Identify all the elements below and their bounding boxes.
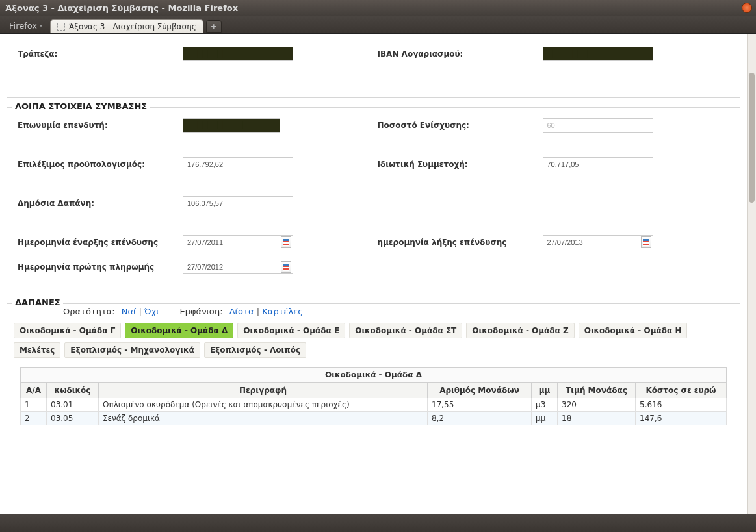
table-row[interactable]: 203.05Σενάζ δρομικά8,2μμ18147,6 (21, 412, 727, 425)
visibility-yes-link[interactable]: Ναί (122, 307, 137, 316)
table-header: Περιγραφή (99, 383, 428, 398)
start-date-field[interactable] (183, 235, 293, 249)
iban-label: IBAN Λογαριασμού: (374, 49, 543, 58)
support-pct-label: Ποσοστό Ενίσχυσης: (374, 121, 543, 130)
table-header: κωδικός (47, 383, 99, 398)
table-row[interactable]: 103.01Οπλισμένο σκυρόδεμα (Ορεινές και α… (21, 398, 727, 412)
expense-tab[interactable]: Οικοδομικά - Ομάδα Ζ (466, 323, 574, 338)
vertical-scrollbar[interactable] (747, 34, 756, 532)
tab-loading-icon (57, 23, 65, 31)
expenses-legend: ΔΑΠΑΝΕΣ (12, 298, 63, 314)
calendar-icon[interactable] (281, 261, 291, 273)
private-input[interactable] (543, 157, 653, 171)
table-cell: 147,6 (636, 412, 727, 425)
expense-tab[interactable]: Οικοδομικά - Ομάδα Η (579, 323, 688, 338)
table-cell: 03.05 (47, 412, 99, 425)
table-cell: 1 (21, 398, 47, 412)
investor-input[interactable] (183, 118, 280, 133)
chevron-down-icon: ▾ (40, 23, 42, 29)
bank-input[interactable] (183, 47, 293, 61)
table-cell: 5.616 (636, 398, 727, 412)
window-title: Άξονας 3 - Διαχείριση Σύμβασης - Mozilla… (5, 3, 238, 13)
browser-chrome: Firefox ▾ Άξονας 3 - Διαχείριση Σύμβασης… (0, 16, 756, 34)
window-titlebar: Άξονας 3 - Διαχείριση Σύμβασης - Mozilla… (0, 0, 756, 16)
display-label: Εμφάνιση: (180, 307, 223, 316)
investor-label: Επωνυμία επενδυτή: (14, 121, 183, 130)
expenses-fieldset: ΔΑΠΑΝΕΣ Ορατότητα: Ναί | Όχι Εμφάνιση: Λ… (7, 303, 740, 462)
firstpay-label: Ημερομηνία πρώτης πληρωμής (14, 262, 183, 272)
table-header: Αριθμός Μονάδων (428, 383, 532, 398)
visibility-label: Ορατότητα: (63, 307, 115, 316)
expenses-table: Οικοδομικά - Ομάδα Δ Α/ΑκωδικόςΠεριγραφή… (20, 367, 727, 425)
table-cell: Σενάζ δρομικά (99, 412, 428, 425)
table-cell: 18 (558, 412, 636, 425)
table-cell: 03.01 (47, 398, 99, 412)
display-cards-link[interactable]: Καρτέλες (262, 307, 303, 316)
expense-tab[interactable]: Εξοπλισμός - Λοιπός (204, 342, 306, 358)
iban-input[interactable] (543, 47, 653, 61)
table-header: Τιμή Μονάδας (558, 383, 636, 398)
plus-icon: + (211, 22, 217, 31)
expense-tab[interactable]: Εξοπλισμός - Μηχανολογικά (64, 342, 200, 358)
table-header: Κόστος σε ευρώ (636, 383, 727, 398)
contract-fieldset: ΛΟΙΠΑ ΣΤΟΙΧΕΙΑ ΣΥΜΒΑΣΗΣ Επωνυμία επενδυτ… (7, 107, 740, 294)
table-cell: 8,2 (428, 412, 532, 425)
expenses-title: ΔΑΠΑΝΕΣ (15, 298, 60, 307)
start-date-label: Ημερομηνία έναρξης επένδυσης (14, 238, 183, 247)
table-cell: Οπλισμένο σκυρόδεμα (Ορεινές και απομακρ… (99, 398, 428, 412)
tab-title: Άξονας 3 - Διαχείριση Σύμβασης (69, 22, 196, 31)
public-input[interactable] (183, 196, 293, 210)
contract-legend: ΛΟΙΠΑ ΣΤΟΙΧΕΙΑ ΣΥΜΒΑΣΗΣ (12, 101, 150, 111)
end-date-input[interactable] (543, 236, 641, 249)
support-pct-input (543, 118, 653, 133)
table-cell: 2 (21, 412, 47, 425)
new-tab-button[interactable]: + (206, 20, 222, 33)
firstpay-input[interactable] (183, 260, 281, 273)
firstpay-field[interactable] (183, 260, 293, 274)
table-header: Α/Α (21, 383, 47, 398)
table-caption: Οικοδομικά - Ομάδα Δ (20, 367, 727, 383)
end-date-field[interactable] (543, 235, 653, 249)
browser-status-bar (0, 514, 756, 532)
end-date-label: ημερομηνία λήξης επένδυσης (374, 238, 543, 247)
calendar-icon[interactable] (641, 236, 651, 248)
table-cell: μ3 (532, 398, 558, 412)
public-label: Δημόσια Δαπάνη: (14, 199, 183, 208)
expense-tab[interactable]: Οικοδομικά - Ομάδα Δ (125, 323, 233, 338)
scrollbar-thumb[interactable] (749, 73, 755, 203)
table-cell: μμ (532, 412, 558, 425)
expense-tab[interactable]: Οικοδομικά - Ομάδα Ε (237, 323, 345, 338)
private-label: Ιδιωτική Συμμετοχή: (374, 160, 543, 169)
start-date-input[interactable] (183, 236, 281, 249)
bank-fieldset: Τράπεζα: IBAN Λογαριασμού: (7, 39, 740, 98)
table-header: μμ (532, 383, 558, 398)
expense-tab[interactable]: Οικοδομικά - Ομάδα Γ (14, 323, 121, 338)
bank-label: Τράπεζα: (14, 49, 183, 58)
table-cell: 320 (558, 398, 636, 412)
separator: | (139, 307, 142, 316)
table-cell: 17,55 (428, 398, 532, 412)
firefox-menu-label: Firefox (9, 21, 37, 31)
expense-tab[interactable]: Οικοδομικά - Ομάδα ΣΤ (349, 323, 462, 338)
browser-tab[interactable]: Άξονας 3 - Διαχείριση Σύμβασης (50, 19, 203, 33)
firefox-menu-button[interactable]: Firefox ▾ (3, 18, 49, 33)
budget-label: Επιλέξιμος προϋπολογισμός: (14, 160, 183, 169)
separator: | (257, 307, 259, 316)
close-icon[interactable] (742, 3, 752, 13)
budget-input[interactable] (183, 157, 293, 171)
calendar-icon[interactable] (281, 236, 291, 248)
visibility-no-link[interactable]: Όχι (144, 307, 159, 316)
display-list-link[interactable]: Λίστα (229, 307, 254, 316)
expense-tab[interactable]: Μελέτες (14, 342, 60, 358)
expense-tabs: Οικοδομικά - Ομάδα ΓΟικοδομικά - Ομάδα Δ… (14, 323, 733, 358)
page-viewport: Τράπεζα: IBAN Λογαριασμού: ΛΟΙΠΑ ΣΤΟΙΧΕΙ… (0, 34, 756, 532)
